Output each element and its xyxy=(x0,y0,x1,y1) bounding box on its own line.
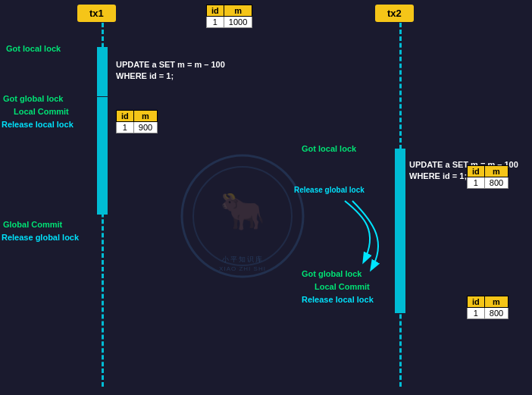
db-table-tx2-1: idm 1800 xyxy=(467,165,509,189)
tx1-got-local-lock-label: Got local lock xyxy=(6,44,61,53)
svg-text:小平知识库: 小平知识库 xyxy=(222,255,264,263)
tx1-global-commit-label: Global Commit xyxy=(3,220,62,229)
tx1-local-commit-label: Local Commit xyxy=(14,107,69,116)
release-global-lock-arrow-label: Release global lock xyxy=(294,186,365,194)
tx1-release-local-lock-label: Release local lock xyxy=(2,120,74,129)
svg-text:XIAO ZHI SHI: XIAO ZHI SHI xyxy=(219,265,266,272)
tx1-box: tx1 xyxy=(77,5,116,22)
db-table-tx1: idm 1900 xyxy=(116,110,158,133)
tx1-global-lock-block xyxy=(97,97,108,215)
diagram-canvas: idm 11000 tx1 tx2 Got local lock UPDATE … xyxy=(0,0,532,395)
tx2-local-commit-label: Local Commit xyxy=(315,282,370,291)
db-table-top: idm 11000 xyxy=(206,5,252,28)
tx1-release-global-lock-label: Release global lock xyxy=(2,233,79,242)
tx2-box: tx2 xyxy=(375,5,414,22)
svg-text:🐂: 🐂 xyxy=(220,190,265,233)
db-table-tx2-2: idm 1800 xyxy=(467,296,509,319)
tx2-global-lock-block xyxy=(395,271,405,313)
tx1-sql: UPDATE a SET m = m – 100WHERE id = 1; xyxy=(116,59,225,83)
tx1-got-global-lock-label: Got global lock xyxy=(3,94,63,103)
tx2-got-local-lock-label: Got local lock xyxy=(302,144,356,153)
tx1-local-lock-block xyxy=(97,47,108,96)
arrows-svg xyxy=(288,186,409,277)
tx2-got-global-lock-label: Got global lock xyxy=(302,269,361,278)
tx2-release-local-lock-label: Release local lock xyxy=(302,295,374,304)
